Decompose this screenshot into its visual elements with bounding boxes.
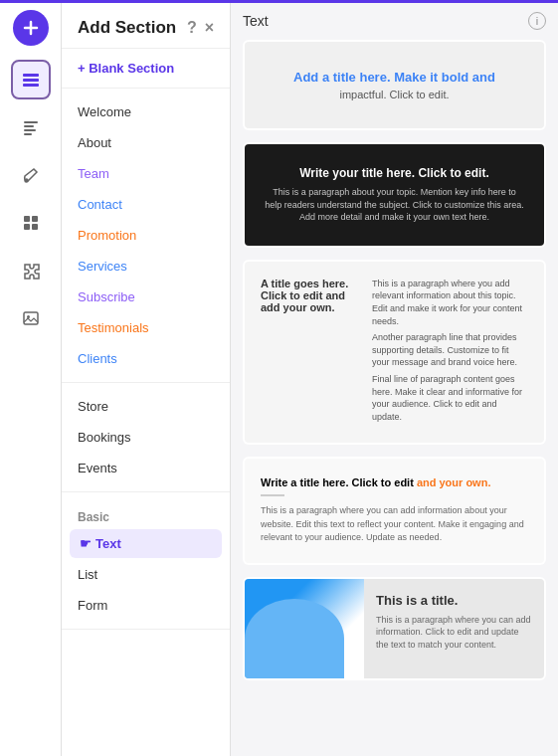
top-progress-bar [0,0,558,3]
nav-item-promotion[interactable]: Promotion [62,220,230,251]
card-3-right-line-2: Another paragraph line that provides sup… [372,331,528,369]
card-1-subtitle: impactful. Click to edit. [265,89,524,100]
nav-item-clients[interactable]: Clients [62,343,230,374]
card-5-text-area: This is a title. This is a paragraph whe… [364,579,544,678]
close-icon[interactable]: × [205,19,214,37]
nav-item-testimonials[interactable]: Testimonials [62,312,230,343]
panel-header: Add Section ? × [62,0,230,49]
content-section-label: Text i [243,12,546,30]
nav-item-subscribe[interactable]: Subscribe [62,282,230,312]
nav-item-events[interactable]: Events [62,453,230,483]
basic-label: Basic [62,500,230,528]
nav-item-store[interactable]: Store [62,391,230,422]
paint-icon-button[interactable] [11,155,51,195]
nav-item-services[interactable]: Services [62,251,230,282]
card-3-left: A title goes here. Click to edit and add… [261,278,360,428]
svg-rect-2 [23,74,39,77]
svg-rect-6 [24,125,34,127]
card-1-content: Add a title here. Make it bold and impac… [245,42,544,128]
card-3-left-title: A title goes here. Click to edit and add… [261,278,360,313]
grid-icon-button[interactable] [11,203,51,243]
main-content: Text i Add a title here. Make it bold an… [231,0,558,756]
info-icon[interactable]: i [528,12,546,30]
nav-item-bookings[interactable]: Bookings [62,422,230,453]
nav-item-welcome[interactable]: Welcome [62,96,230,127]
card-5-image [245,579,364,678]
card-3-right-line-1: This is a paragraph where you add releva… [372,278,528,327]
card-5-body: This is a paragraph where you can add in… [376,614,532,652]
svg-rect-12 [24,224,30,230]
nav-item-text[interactable]: ☛ Text [70,529,222,558]
add-button[interactable] [13,10,49,46]
help-icon[interactable]: ? [187,19,197,37]
svg-rect-8 [24,133,32,135]
sections-icon-button[interactable] [11,60,51,99]
card-4-text: This is a paragraph where you can add in… [261,504,528,545]
svg-rect-4 [23,84,39,87]
nav-group-basic: Basic ☛ Text List Form [62,492,230,630]
card-2-content: Write your title here. Click to edit. Th… [245,144,544,246]
card-5-shape [245,599,344,678]
card-4-title: Write a title here. Click to edit and yo… [261,476,528,488]
svg-rect-11 [32,216,38,222]
nav-group-commerce: Store Bookings Events [62,383,230,492]
template-card-2[interactable]: Write your title here. Click to edit. Th… [243,142,546,248]
add-section-panel: Add Section ? × + Blank Section Welcome … [62,0,231,756]
nav-item-list[interactable]: List [62,559,230,590]
image-icon-button[interactable] [11,298,51,338]
card-3-right: This is a paragraph where you add releva… [372,278,528,428]
card-4-content: Write a title here. Click to edit and yo… [245,459,544,563]
svg-point-9 [25,179,28,182]
card-2-title: Write your title here. Click to edit. [265,166,524,180]
blank-section-button[interactable]: + Blank Section [62,49,230,89]
nav-item-contact[interactable]: Contact [62,189,230,220]
svg-rect-10 [24,216,30,222]
svg-rect-13 [32,224,38,230]
text-icon-button[interactable] [11,107,51,147]
card-5-title: This is a title. [376,593,532,608]
card-1-title: Add a title here. Make it bold and [265,70,524,85]
icon-bar [0,0,62,756]
template-card-3[interactable]: A title goes here. Click to edit and add… [243,260,546,446]
svg-rect-5 [24,121,38,123]
nav-item-form[interactable]: Form [62,590,230,621]
template-card-5[interactable]: This is a title. This is a paragraph whe… [243,577,546,680]
nav-item-about[interactable]: About [62,127,230,158]
card-5-content: This is a title. This is a paragraph whe… [245,579,544,678]
card-4-divider [261,494,284,496]
cursor-icon: ☛ [80,536,92,551]
panel-title: Add Section [78,18,176,38]
template-card-1[interactable]: Add a title here. Make it bold and impac… [243,40,546,130]
template-card-4[interactable]: Write a title here. Click to edit and yo… [243,457,546,565]
svg-rect-14 [24,312,38,324]
panel-header-icons: ? × [187,19,214,37]
nav-group-main: Welcome About Team Contact Promotion Ser… [62,89,230,383]
card-2-text: This is a paragraph about your topic. Me… [265,186,524,224]
nav-item-team[interactable]: Team [62,158,230,189]
card-3-right-line-3: Final line of paragraph content goes her… [372,373,528,423]
svg-rect-7 [24,129,36,131]
svg-point-15 [27,315,30,318]
svg-rect-3 [23,79,39,82]
content-label-text: Text [243,13,269,29]
card-3-content: A title goes here. Click to edit and add… [245,262,544,444]
puzzle-icon-button[interactable] [11,251,51,290]
